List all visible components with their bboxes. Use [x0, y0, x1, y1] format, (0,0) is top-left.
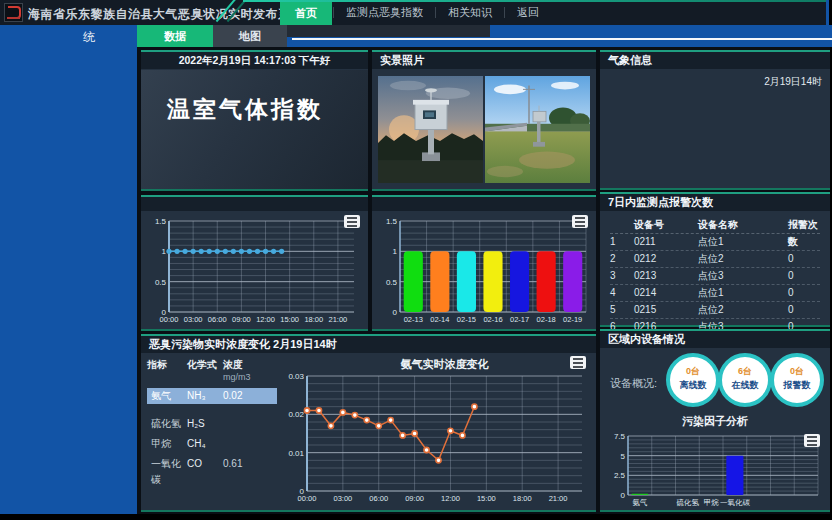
svg-text:21:00: 21:00	[329, 315, 348, 324]
chart-menu-icon[interactable]	[344, 215, 360, 228]
tab-bar: 统 数据 地图	[0, 25, 832, 47]
title-wrap-char: 统	[83, 29, 95, 46]
tab-bar-filler	[287, 25, 832, 47]
alarm-panel-title: 7日内监测点报警次数	[600, 194, 830, 211]
nav-separator	[333, 7, 334, 18]
svg-text:1.5: 1.5	[155, 217, 167, 226]
weather-panel-title: 气象信息	[600, 52, 830, 69]
svg-text:0: 0	[393, 308, 398, 317]
svg-text:0.03: 0.03	[288, 372, 304, 381]
device-overview-label: 设备概况:	[610, 376, 657, 391]
svg-text:硫化氢: 硫化氢	[676, 498, 699, 507]
svg-text:0.01: 0.01	[288, 449, 304, 458]
alarm-table-row: 50215点位20	[610, 302, 820, 319]
pollutant-table-header: 指标 化学式 浓度mg/m3	[147, 358, 277, 382]
photos-panel-title: 实景照片	[372, 52, 596, 69]
alarm-table-row: 10211点位10	[610, 234, 820, 251]
chart-menu-icon[interactable]	[572, 215, 588, 228]
device-stat-circle: 6台在线数	[718, 353, 772, 407]
svg-text:02-14: 02-14	[430, 315, 449, 324]
device-stat-circle: 0台离线数	[666, 353, 720, 407]
svg-text:02-18: 02-18	[537, 315, 556, 324]
panel-online-status-chart: 00.511.500:0003:0006:0009:0012:0015:0018…	[141, 195, 368, 331]
left-sidebar	[0, 47, 137, 514]
svg-text:一氧化碳: 一氧化碳	[720, 498, 751, 507]
svg-text:1: 1	[393, 247, 398, 256]
realtime-panel-title: 恶臭污染物实时浓度变化 2月19日14时	[141, 336, 596, 353]
pollutant-row-H₂S[interactable]: 硫化氢H₂S	[147, 416, 277, 432]
alarm-table-header: 设备号 设备名称 报警次数	[610, 216, 820, 234]
alarm-table-row: 30213点位30	[610, 268, 820, 285]
svg-text:18:00: 18:00	[304, 315, 323, 324]
pollutant-analysis-chart: 02.557.5氨气硫化氢甲烷一氧化碳	[604, 430, 826, 508]
panel-photos: 实景照片	[372, 50, 596, 191]
devices-body: 设备概况: 0台离线数6台在线数0台报警数 污染因子分析 02.557.5氨气硫…	[602, 348, 828, 510]
nav-separator	[504, 7, 505, 18]
device-stat-circle: 0台报警数	[770, 353, 824, 407]
online-status-chart: 00.511.500:0003:0006:0009:0012:0015:0018…	[143, 211, 366, 327]
site-photo-sunset	[378, 76, 483, 183]
nav-item-home[interactable]: 首页	[280, 2, 332, 27]
app-title: 海南省乐东黎族自治县大气恶臭状况实时发布系	[28, 6, 291, 23]
panel-realtime-pollutants: 恶臭污染物实时浓度变化 2月19日14时 指标 化学式 浓度mg/m3 氨气NH…	[141, 334, 596, 512]
svg-text:02-19: 02-19	[563, 315, 582, 324]
alarm-table-row: 20212点位20	[610, 251, 820, 268]
svg-text:00:00: 00:00	[160, 315, 179, 324]
svg-text:12:00: 12:00	[256, 315, 275, 324]
svg-text:03:00: 03:00	[333, 494, 352, 503]
svg-text:18:00: 18:00	[513, 494, 532, 503]
chart-menu-icon[interactable]	[804, 434, 820, 447]
nav-item-knowledge[interactable]: 相关知识	[437, 0, 503, 25]
svg-text:00:00: 00:00	[298, 494, 317, 503]
pollutant-row-CO[interactable]: 一氧化碳CO0.61	[147, 456, 277, 472]
nav-item-back[interactable]: 返回	[506, 0, 550, 25]
svg-text:2.5: 2.5	[614, 471, 626, 480]
tab-map[interactable]: 地图	[213, 25, 287, 47]
site-photo-field	[485, 76, 590, 183]
svg-text:21:00: 21:00	[549, 494, 568, 503]
nav-item-odor-index[interactable]: 监测点恶臭指数	[335, 0, 434, 25]
datetime-bar: 2022年2月19日 14:17:03 下午好	[141, 52, 368, 69]
pollutant-row-NH₃[interactable]: 氨气NH₃0.02	[147, 388, 277, 404]
headline-text: 温室气体指数	[167, 94, 323, 125]
svg-text:0.5: 0.5	[386, 278, 398, 287]
svg-text:09:00: 09:00	[405, 494, 424, 503]
svg-text:7.5: 7.5	[614, 432, 626, 441]
title-wrap-strip: 统	[0, 25, 137, 47]
pollutant-table: 指标 化学式 浓度mg/m3 氨气NH₃0.02硫化氢H₂S甲烷CH₄一氧化碳C…	[147, 358, 277, 472]
svg-text:氨气: 氨气	[632, 498, 647, 507]
panel-greeting: 2022年2月19日 14:17:03 下午好 温室气体指数	[141, 50, 368, 191]
panel-weather: 气象信息 2月19日14时	[600, 50, 830, 190]
svg-text:0.5: 0.5	[155, 278, 167, 287]
tab-data[interactable]: 数据	[137, 25, 213, 47]
chart-menu-icon[interactable]	[570, 356, 586, 369]
nav-separator	[435, 7, 436, 18]
svg-text:1.5: 1.5	[386, 217, 398, 226]
svg-text:15:00: 15:00	[280, 315, 299, 324]
alarm-table-row: 40214点位10	[610, 285, 820, 302]
main-nav: 首页 监测点恶臭指数 相关知识 返回	[280, 0, 550, 25]
svg-text:15:00: 15:00	[477, 494, 496, 503]
svg-text:12:00: 12:00	[441, 494, 460, 503]
panel-daily-index-chart: 00.511.502-1302-1402-1502-1602-1702-1802…	[372, 195, 596, 331]
svg-text:06:00: 06:00	[208, 315, 227, 324]
greeting-body: 温室气体指数	[141, 70, 368, 189]
svg-text:06:00: 06:00	[369, 494, 388, 503]
svg-text:09:00: 09:00	[232, 315, 251, 324]
devices-panel-title: 区域内设备情况	[600, 331, 830, 348]
svg-text:1: 1	[162, 247, 167, 256]
panel-alarm-table: 7日内监测点报警次数 设备号 设备名称 报警次数 10211点位1020212点…	[600, 192, 830, 327]
pollutant-row-CH₄[interactable]: 甲烷CH₄	[147, 436, 277, 452]
svg-text:甲烷: 甲烷	[704, 498, 720, 507]
weather-time: 2月19日14时	[764, 75, 822, 89]
dashboard-app: 海南省乐东黎族自治县大气恶臭状况实时发布系 首页 监测点恶臭指数 相关知识 返回…	[0, 0, 832, 520]
alarm-table: 设备号 设备名称 报警次数 10211点位1020212点位2030213点位3…	[610, 216, 820, 336]
svg-text:氨气实时浓度变化: 氨气实时浓度变化	[400, 358, 490, 370]
svg-text:02-16: 02-16	[483, 315, 502, 324]
app-logo-icon	[4, 3, 23, 22]
svg-text:03:00: 03:00	[184, 315, 203, 324]
svg-text:02-17: 02-17	[510, 315, 529, 324]
svg-text:02-13: 02-13	[404, 315, 423, 324]
panel-devices: 区域内设备情况 设备概况: 0台离线数6台在线数0台报警数 污染因子分析 02.…	[600, 329, 830, 512]
daily-index-chart: 00.511.502-1302-1402-1502-1602-1702-1802…	[374, 211, 594, 327]
